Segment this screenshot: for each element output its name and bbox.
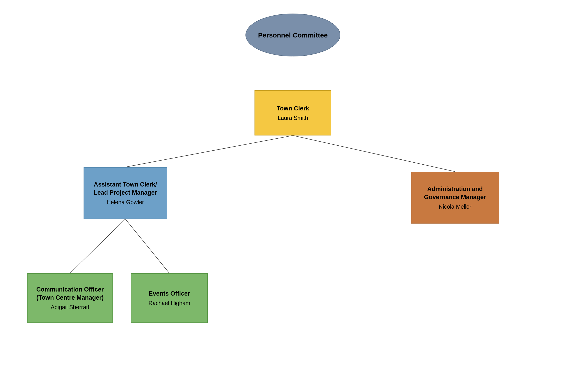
town-clerk-node: Town Clerk Laura Smith <box>254 90 331 136</box>
assistant-town-clerk-title: Assistant Town Clerk/ Lead Project Manag… <box>88 181 162 196</box>
assistant-town-clerk-node: Assistant Town Clerk/ Lead Project Manag… <box>84 167 167 219</box>
admin-governance-title: Administration and Governance Manager <box>416 185 494 201</box>
svg-line-2 <box>293 136 455 172</box>
personnel-committee-title: Personnel Committee <box>258 31 328 40</box>
org-chart: Personnel Committee Town Clerk Laura Smi… <box>0 0 586 392</box>
events-officer-name: Rachael Higham <box>148 300 190 306</box>
communication-officer-name: Abigail Sherratt <box>51 304 90 310</box>
svg-line-4 <box>125 219 169 273</box>
town-clerk-title: Town Clerk <box>277 104 309 112</box>
personnel-committee-node: Personnel Committee <box>246 14 340 56</box>
admin-governance-name: Nicola Mellor <box>439 204 471 210</box>
svg-line-1 <box>125 136 293 167</box>
events-officer-title: Events Officer <box>148 290 190 298</box>
events-officer-node: Events Officer Rachael Higham <box>131 273 208 323</box>
town-clerk-name: Laura Smith <box>278 115 308 121</box>
communication-officer-title: Communication Officer (Town Centre Manag… <box>32 286 108 302</box>
svg-line-3 <box>70 219 125 273</box>
admin-governance-node: Administration and Governance Manager Ni… <box>411 172 499 224</box>
communication-officer-node: Communication Officer (Town Centre Manag… <box>27 273 113 323</box>
assistant-town-clerk-name: Helena Gowler <box>106 199 144 206</box>
